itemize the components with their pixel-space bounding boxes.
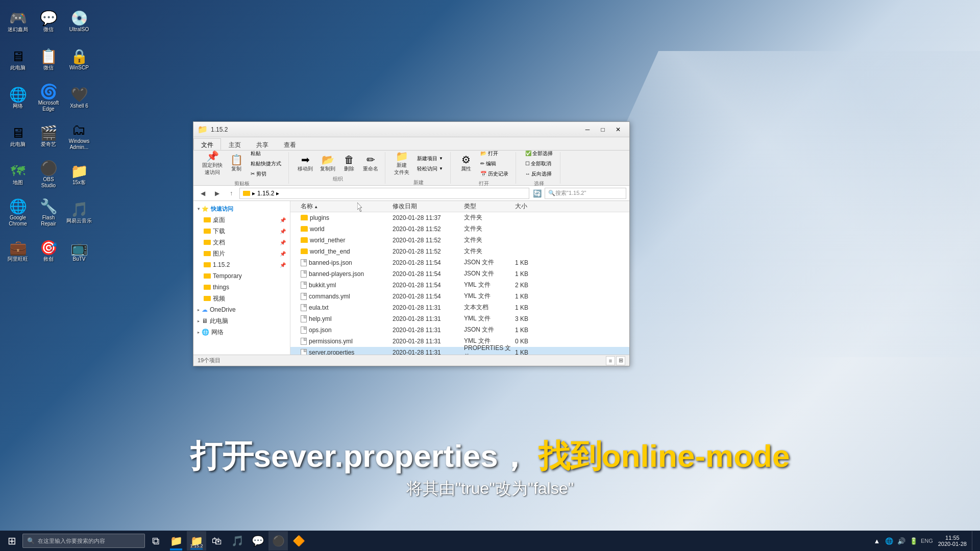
- desktop-icon-things[interactable]: 📋 微信: [33, 41, 64, 79]
- list-view-button[interactable]: ≡: [606, 356, 615, 365]
- taskbar-task-view[interactable]: ⧉: [146, 531, 165, 550]
- file-row-permissions.yml[interactable]: permissions.yml 2020-01-28 11:31 YML 文件 …: [290, 336, 629, 347]
- file-row-bukkit.yml[interactable]: bukkit.yml 2020-01-28 11:54 YML 文件 2 KB: [290, 280, 629, 291]
- file-row-server.properties[interactable]: server.properties 2020-01-28 11:31 PROPE…: [290, 347, 629, 355]
- desktop-icon-mxj[interactable]: 🎮 迷幻鑫局: [3, 3, 33, 41]
- move-to-button[interactable]: ➡ 移动到: [295, 153, 315, 174]
- tray-volume[interactable]: 🔊: [896, 531, 906, 550]
- close-button[interactable]: ✕: [611, 124, 625, 135]
- forward-button[interactable]: ▶: [211, 188, 223, 199]
- desktop-icon-local[interactable]: 🖥 此电脑: [3, 117, 33, 156]
- start-button[interactable]: ⊞: [2, 531, 21, 550]
- tray-show-hidden[interactable]: ▲: [872, 531, 882, 550]
- desktop-icon-music[interactable]: 🎵 网易云音乐: [64, 194, 94, 232]
- col-header-size[interactable]: 大小: [515, 202, 556, 211]
- sidebar-item-videos[interactable]: 视频: [193, 293, 290, 304]
- file-row-world_the_end[interactable]: world_the_end 2020-01-28 11:52 文件夹: [290, 246, 629, 257]
- maximize-button[interactable]: □: [596, 124, 610, 135]
- invert-select-button[interactable]: ↔ 反向选择: [522, 169, 556, 179]
- tray-battery[interactable]: 🔋: [909, 531, 919, 550]
- back-button[interactable]: ◀: [197, 188, 209, 199]
- tray-network[interactable]: 🌐: [884, 531, 894, 550]
- delete-button[interactable]: 🗑 删除: [340, 153, 358, 174]
- paste-button[interactable]: 粘贴: [248, 149, 284, 158]
- properties-button[interactable]: ⚙ 属性: [457, 153, 475, 174]
- taskbar-spotify[interactable]: 🎵: [228, 531, 247, 550]
- taskbar-clock[interactable]: 11:55 2020-01-28: [935, 535, 970, 547]
- up-button[interactable]: ↑: [225, 188, 237, 199]
- desktop-icon-obs[interactable]: ⚫ OBS Studio: [33, 156, 64, 194]
- copy-button[interactable]: 📋 复制: [227, 153, 246, 174]
- desktop-icon-ultraiso[interactable]: 💿 UltraISO: [64, 3, 94, 41]
- sidebar-item-network[interactable]: ▸ 🌐 网络: [193, 327, 290, 338]
- desktop-icon-chrome[interactable]: 🌐 Google Chrome: [3, 194, 33, 232]
- desktop-icon-flashrepair[interactable]: 🔧 Flash Repair: [33, 194, 64, 232]
- sidebar-quick-access-header[interactable]: ▾ ⭐ 快速访问: [193, 203, 290, 214]
- easy-access-button[interactable]: 轻松访问 ▼: [414, 164, 446, 173]
- file-row-plugins[interactable]: plugins 2020-01-28 11:37 文件夹: [290, 212, 629, 223]
- desktop-icon-network[interactable]: 🌐 网络: [3, 79, 33, 117]
- desktop-icon-15x[interactable]: 📁 15x客: [64, 156, 94, 194]
- file-row-world[interactable]: world 2020-01-28 11:52 文件夹: [290, 223, 629, 235]
- file-row-commands.yml[interactable]: commands.yml 2020-01-28 11:54 YML 文件 1 K…: [290, 291, 629, 302]
- taskbar-store[interactable]: 🛍: [207, 531, 227, 550]
- col-header-date[interactable]: 修改日期: [393, 202, 464, 211]
- desktop-icon-jiuchuang[interactable]: 🎯 救创: [33, 232, 64, 270]
- sidebar-item-downloads[interactable]: 下载 📌: [193, 226, 290, 237]
- desktop-icon-msedge[interactable]: 🌀 Microsoft Edge: [33, 79, 64, 117]
- open-button[interactable]: 📂 打开: [477, 149, 511, 158]
- rename-button[interactable]: ✏ 重命名: [360, 153, 381, 174]
- show-desktop-button[interactable]: [972, 531, 976, 550]
- file-list[interactable]: 名称 修改日期 类型 大小 plugins 2020-01-28 11:37 文…: [290, 201, 629, 355]
- taskbar-obs[interactable]: ⚫: [268, 531, 288, 550]
- minimize-button[interactable]: ─: [580, 124, 595, 135]
- file-list-header: 名称 修改日期 类型 大小: [290, 201, 629, 212]
- edit-button[interactable]: ✏ 编辑: [477, 159, 511, 168]
- file-row-world_nether[interactable]: world_nether 2020-01-28 11:52 文件夹: [290, 235, 629, 246]
- taskbar-search-box[interactable]: 🔍 在这里输入你要搜索的内容: [22, 534, 145, 548]
- file-row-banned-ips.json[interactable]: banned-ips.json 2020-01-28 11:54 JSON 文件…: [290, 257, 629, 268]
- taskbar-discord[interactable]: 💬: [248, 531, 267, 550]
- sidebar-item-documents[interactable]: 文档 📌: [193, 237, 290, 248]
- taskbar-115-window[interactable]: 📁 1.15.2: [187, 531, 206, 550]
- sidebar-item-things[interactable]: things: [193, 282, 290, 293]
- address-path[interactable]: ▸ 1.15.2 ▸: [239, 188, 529, 199]
- subtitle-line1: 打开sever.properties， 找到online-mode: [190, 435, 790, 478]
- taskbar-explorer-button[interactable]: 📁: [166, 531, 186, 550]
- sidebar-item-115[interactable]: 1.15.2 📌: [193, 259, 290, 270]
- refresh-button[interactable]: 🔄: [531, 188, 543, 199]
- desktop-icon-wechat[interactable]: 💬 微信: [33, 3, 64, 41]
- sidebar-item-thispc[interactable]: ▸ 🖥 此电脑: [193, 315, 290, 327]
- desktop-icon-winscp[interactable]: 🔒 WinSCP: [64, 41, 94, 79]
- desktop-icon-xshell[interactable]: 🖤 Xshell 6: [64, 79, 94, 117]
- select-none-button[interactable]: ☐ 全部取消: [522, 159, 556, 168]
- desktop-icon-winsadmin[interactable]: 🗂 Windows Admin...: [64, 117, 94, 156]
- file-size: 1 KB: [515, 349, 556, 355]
- sidebar-item-onedrive[interactable]: ▸ ☁ OneDrive: [193, 304, 290, 315]
- sidebar-item-temporary[interactable]: Temporary: [193, 270, 290, 282]
- history-button[interactable]: 📅 历史记录: [477, 169, 511, 179]
- sidebar-item-desktop[interactable]: 桌面 📌: [193, 214, 290, 226]
- pin-to-quick-access-button[interactable]: 📌 固定到快速访问: [200, 149, 225, 178]
- sidebar-item-pictures[interactable]: 图片 📌: [193, 248, 290, 259]
- file-row-eula.txt[interactable]: eula.txt 2020-01-28 11:31 文本文档 1 KB: [290, 302, 629, 313]
- desktop-icon-maps[interactable]: 🗺 地图: [3, 156, 33, 194]
- col-header-type[interactable]: 类型: [464, 202, 515, 211]
- desktop-icon-iqiyi[interactable]: 🎬 爱奇艺: [33, 117, 64, 156]
- copy-to-button[interactable]: 📂 复制到: [317, 153, 338, 174]
- desktop-icon-computer[interactable]: 🖥 此电脑: [3, 41, 33, 79]
- file-row-ops.json[interactable]: ops.json 2020-01-28 11:31 JSON 文件 1 KB: [290, 324, 629, 336]
- new-item-button[interactable]: 新建项目 ▼: [414, 154, 446, 163]
- search-box[interactable]: 🔍 搜索"1.15.2": [545, 188, 626, 199]
- desktop-icon-butv[interactable]: 📺 BuTV: [64, 232, 94, 270]
- desktop-icon-aliww[interactable]: 💼 阿里旺旺: [3, 232, 33, 270]
- col-header-name[interactable]: 名称: [290, 202, 393, 211]
- paste-shortcut-button[interactable]: 粘贴快捷方式: [248, 159, 284, 168]
- new-folder-button[interactable]: 📁 新建文件夹: [391, 149, 412, 178]
- file-row-help.yml[interactable]: help.yml 2020-01-28 11:31 YML 文件 3 KB: [290, 313, 629, 324]
- file-row-banned-players.json[interactable]: banned-players.json 2020-01-28 11:54 JSO…: [290, 268, 629, 280]
- grid-view-button[interactable]: ⊞: [616, 356, 625, 365]
- select-all-button[interactable]: ✅ 全部选择: [522, 149, 556, 158]
- taskbar-unknown1[interactable]: 🔶: [289, 531, 308, 550]
- cut-button[interactable]: ✂ 剪切: [248, 169, 284, 179]
